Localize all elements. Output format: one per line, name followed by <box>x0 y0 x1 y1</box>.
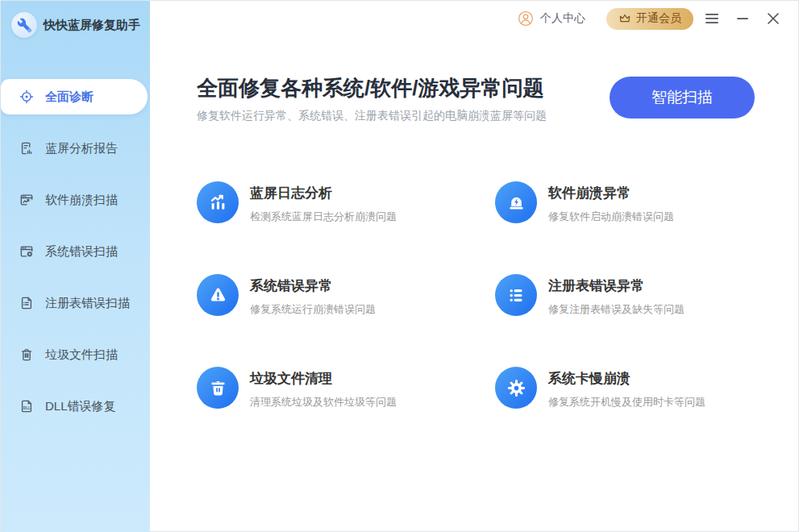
card-title: 系统卡慢崩溃 <box>548 369 705 388</box>
feature-grid: 蓝屏日志分析 检测系统蓝屏日志分析崩溃问题 软件崩溃异常 修复软件启动崩溃错误问… <box>197 181 793 409</box>
smart-scan-button[interactable]: 智能扫描 <box>610 77 755 118</box>
sidebar-item-label: DLL错误修复 <box>45 399 116 414</box>
list-icon <box>495 274 537 316</box>
card-desc: 检测系统蓝屏日志分析崩溃问题 <box>250 210 397 224</box>
card-title: 注册表错误异常 <box>548 276 685 295</box>
trash-icon <box>19 347 35 363</box>
card-desc: 修复注册表错误及缺失等问题 <box>548 302 685 317</box>
card-text: 系统错误异常 修复系统运行崩溃错误问题 <box>250 274 376 317</box>
card-desc: 修复系统开机慢及使用时卡等问题 <box>548 395 705 409</box>
sidebar-item-full-diagnosis[interactable]: 全面诊断 <box>1 79 148 114</box>
vip-upgrade-label: 开通会员 <box>636 11 681 26</box>
chart-icon <box>197 181 239 223</box>
close-button[interactable] <box>761 7 785 30</box>
sidebar-item-software-crash-scan[interactable]: 软件崩溃扫描 <box>1 182 150 218</box>
sidebar-item-label: 注册表错误扫描 <box>45 296 130 311</box>
card-text: 软件崩溃异常 修复软件启动崩溃错误问题 <box>548 181 674 224</box>
app-title: 快快蓝屏修复助手 <box>44 18 140 33</box>
card-title: 蓝屏日志分析 <box>250 184 397 202</box>
sidebar: 快快蓝屏修复助手 全面诊断 蓝屏分析报告 <box>1 1 150 532</box>
menu-button[interactable] <box>700 7 724 30</box>
warning-icon <box>197 274 239 316</box>
card-text: 注册表错误异常 修复注册表错误及缺失等问题 <box>548 274 685 317</box>
app-logo-row: 快快蓝屏修复助手 <box>11 12 140 38</box>
card-software-crash[interactable]: 软件崩溃异常 修复软件启动崩溃错误问题 <box>495 181 793 224</box>
vip-upgrade-button[interactable]: 开通会员 <box>606 8 693 30</box>
card-desc: 清理系统垃圾及软件垃圾等问题 <box>250 395 397 409</box>
sidebar-item-label: 系统错误扫描 <box>45 244 118 260</box>
hero-text: 全面修复各种系统/软件/游戏异常问题 修复软件运行异常、系统错误、注册表错误引起… <box>197 75 547 123</box>
sidebar-item-label: 垃圾文件扫描 <box>45 347 118 363</box>
card-bluescreen-log-analysis[interactable]: 蓝屏日志分析 检测系统蓝屏日志分析崩溃问题 <box>197 181 495 224</box>
dll-icon: DLL <box>19 398 35 414</box>
card-junk-file-clean[interactable]: 垃圾文件清理 清理系统垃圾及软件垃圾等问题 <box>197 367 495 409</box>
user-center-button[interactable]: 个人中心 <box>517 10 585 27</box>
person-icon <box>517 10 535 27</box>
card-system-error[interactable]: 系统错误异常 修复系统运行崩溃错误问题 <box>197 274 495 317</box>
app-window: 快快蓝屏修复助手 全面诊断 蓝屏分析报告 <box>0 0 799 532</box>
card-title: 软件崩溃异常 <box>548 184 674 202</box>
card-title: 系统错误异常 <box>250 276 376 295</box>
hero-section: 全面修复各种系统/软件/游戏异常问题 修复软件运行异常、系统错误、注册表错误引起… <box>197 75 755 123</box>
trash-filled-icon <box>197 367 239 409</box>
dll-text: DLL <box>23 406 31 410</box>
card-text: 垃圾文件清理 清理系统垃圾及软件垃圾等问题 <box>250 367 397 409</box>
wrench-logo-icon <box>11 12 37 38</box>
card-desc: 修复系统运行崩溃错误问题 <box>250 302 376 317</box>
card-system-slow[interactable]: 系统卡慢崩溃 修复系统开机慢及使用时卡等问题 <box>495 367 793 409</box>
sidebar-nav: 全面诊断 蓝屏分析报告 软件崩溃扫描 <box>1 79 150 440</box>
sidebar-item-registry-error-scan[interactable]: 注册表错误扫描 <box>1 285 150 321</box>
minimize-button[interactable] <box>730 7 755 30</box>
user-center-label: 个人中心 <box>540 11 585 26</box>
siren-icon <box>495 181 537 223</box>
minimize-icon <box>737 13 748 24</box>
card-text: 系统卡慢崩溃 修复系统开机慢及使用时卡等问题 <box>548 367 705 409</box>
system-error-icon <box>19 243 35 260</box>
app-crash-icon <box>19 192 35 208</box>
page-subtitle: 修复软件运行异常、系统错误、注册表错误引起的电脑崩溃蓝屏等问题 <box>197 109 547 123</box>
card-desc: 修复软件启动崩溃错误问题 <box>548 210 674 224</box>
card-text: 蓝屏日志分析 检测系统蓝屏日志分析崩溃问题 <box>250 181 397 224</box>
sidebar-item-junk-file-scan[interactable]: 垃圾文件扫描 <box>1 337 150 372</box>
sidebar-item-label: 全面诊断 <box>45 89 94 105</box>
hamburger-icon <box>705 13 719 24</box>
topbar: 个人中心 开通会员 <box>150 1 798 36</box>
gear-icon <box>495 367 537 409</box>
card-registry-error[interactable]: 注册表错误异常 修复注册表错误及缺失等问题 <box>495 274 793 317</box>
close-icon <box>768 13 779 24</box>
card-title: 垃圾文件清理 <box>250 369 397 388</box>
sidebar-item-label: 蓝屏分析报告 <box>45 141 118 156</box>
registry-icon <box>19 295 35 311</box>
sidebar-item-label: 软件崩溃扫描 <box>45 193 118 208</box>
report-icon <box>19 140 35 156</box>
sidebar-item-dll-error-repair[interactable]: DLL DLL错误修复 <box>1 389 150 424</box>
sidebar-item-bluescreen-report[interactable]: 蓝屏分析报告 <box>1 131 150 166</box>
page-title: 全面修复各种系统/软件/游戏异常问题 <box>197 75 547 102</box>
crown-icon <box>618 12 631 25</box>
sidebar-item-system-error-scan[interactable]: 系统错误扫描 <box>1 234 150 269</box>
target-icon <box>19 89 35 105</box>
